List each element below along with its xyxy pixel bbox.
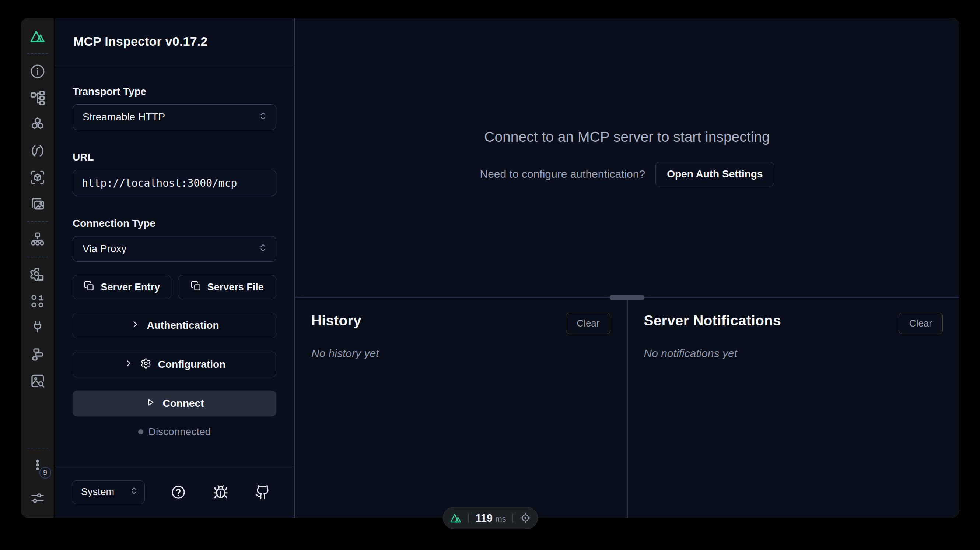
app-title: MCP Inspector v0.17.2 xyxy=(73,34,208,49)
github-icon[interactable] xyxy=(254,484,271,501)
panel-header: MCP Inspector v0.17.2 xyxy=(55,18,294,65)
status-dot-icon xyxy=(138,429,143,434)
chevrons-up-down-icon xyxy=(258,111,268,123)
configuration-toggle[interactable]: Configuration xyxy=(73,352,276,377)
blocks-icon[interactable] xyxy=(29,346,46,363)
server-entry-button[interactable]: Server Entry xyxy=(73,275,171,299)
filters-icon[interactable] xyxy=(29,490,46,507)
app-logo-icon[interactable] xyxy=(29,28,46,44)
pill-divider xyxy=(512,513,513,523)
images-icon[interactable] xyxy=(29,195,46,212)
image-search-icon[interactable] xyxy=(29,372,46,389)
chevrons-up-down-icon xyxy=(130,486,138,498)
empty-state: Connect to an MCP server to start inspec… xyxy=(295,18,959,297)
icon-rail: 9 xyxy=(21,18,55,518)
notifications-clear-button[interactable]: Clear xyxy=(899,312,943,334)
notifications-title: Server Notifications xyxy=(644,312,781,329)
latency-unit: ms xyxy=(495,514,506,524)
locate-target-icon[interactable] xyxy=(519,512,531,524)
sitemap-icon[interactable] xyxy=(29,231,46,248)
binary-icon[interactable] xyxy=(29,293,46,310)
authentication-toggle[interactable]: Authentication xyxy=(73,312,276,338)
gear-icon xyxy=(140,358,151,371)
servers-file-button[interactable]: Servers File xyxy=(178,275,277,299)
url-input[interactable] xyxy=(73,170,276,196)
rail-divider xyxy=(27,448,48,449)
function-icon[interactable] xyxy=(29,143,46,159)
connection-type-label: Connection Type xyxy=(73,217,276,229)
hexagons-icon[interactable] xyxy=(29,116,46,133)
history-title: History xyxy=(311,312,361,329)
chevron-right-icon xyxy=(130,319,140,332)
theme-select[interactable]: System xyxy=(72,480,145,504)
settings-gear-icon[interactable] xyxy=(29,266,46,283)
url-label: URL xyxy=(73,151,276,163)
connection-panel: MCP Inspector v0.17.2 Transport Type Str… xyxy=(55,18,295,518)
connection-type-select[interactable]: Via Proxy xyxy=(73,236,276,262)
pill-divider xyxy=(468,513,469,523)
app-window: 9 MCP Inspector v0.17.2 Transport Type S… xyxy=(21,17,959,518)
more-options-icon[interactable]: 9 xyxy=(29,457,46,474)
transport-type-label: Transport Type xyxy=(73,86,276,98)
latency-value: 119 xyxy=(475,512,493,524)
play-icon xyxy=(145,397,156,411)
splitter-drag-handle[interactable] xyxy=(610,295,644,300)
chevron-right-icon xyxy=(123,358,134,371)
connection-form: Transport Type Streamable HTTP URL Conne… xyxy=(55,65,294,438)
server-notifications-panel: Server Notifications Clear No notificati… xyxy=(628,298,959,518)
workflow-icon[interactable] xyxy=(29,89,46,106)
connection-status: Disconnected xyxy=(73,426,276,438)
copy-icon xyxy=(84,281,95,294)
notifications-empty-text: No notifications yet xyxy=(644,347,943,360)
chevrons-up-down-icon xyxy=(258,243,268,255)
connect-button[interactable]: Connect xyxy=(73,391,276,416)
rail-divider xyxy=(27,53,48,54)
app-logo-icon xyxy=(449,512,462,524)
info-icon[interactable] xyxy=(29,63,46,80)
plug-icon[interactable] xyxy=(29,319,46,336)
main-area: Connect to an MCP server to start inspec… xyxy=(295,18,959,518)
history-panel: History Clear No history yet xyxy=(295,298,628,518)
auth-question: Need to configure authentication? xyxy=(480,168,646,181)
help-icon[interactable] xyxy=(170,484,187,501)
open-auth-settings-button[interactable]: Open Auth Settings xyxy=(655,162,774,186)
latency-pill: 119 ms xyxy=(443,507,538,529)
bug-icon[interactable] xyxy=(212,484,229,501)
rail-divider xyxy=(27,257,48,257)
empty-state-heading: Connect to an MCP server to start inspec… xyxy=(484,129,770,145)
scan-cube-icon[interactable] xyxy=(29,169,46,186)
history-empty-text: No history yet xyxy=(311,347,611,360)
horizontal-splitter xyxy=(295,297,959,298)
copy-icon xyxy=(191,281,202,294)
rail-divider xyxy=(27,221,48,222)
transport-type-select[interactable]: Streamable HTTP xyxy=(73,104,276,130)
panel-footer: System xyxy=(55,466,294,518)
history-clear-button[interactable]: Clear xyxy=(566,312,610,334)
notification-count-badge: 9 xyxy=(40,467,51,479)
